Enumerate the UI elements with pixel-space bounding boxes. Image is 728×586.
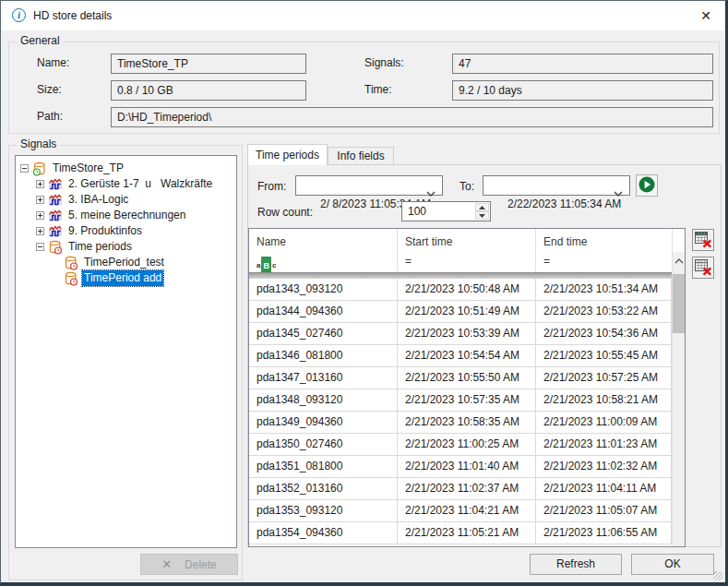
tree-item[interactable]: Time periods [16, 239, 236, 255]
tab-time-periods[interactable]: Time periods [247, 144, 328, 165]
tab-info-fields[interactable]: Info fields [328, 147, 394, 165]
spin-down-icon[interactable] [475, 211, 489, 220]
cell-end: 2/21/2023 11:00:09 AM [536, 412, 672, 433]
table-row[interactable]: pda1353_0931202/21/2023 11:04:21 AM2/21/… [249, 500, 672, 522]
table-row[interactable]: pda1345_0274602/21/2023 10:53:39 AM2/21/… [249, 323, 672, 345]
expander-spacer [52, 258, 60, 267]
tree-item-label: TimePeriod_test [82, 255, 166, 270]
scrollbar-track[interactable] [673, 333, 685, 546]
cell-name: pda1345_027460 [249, 323, 398, 344]
table-row[interactable]: pda1344_0943602/21/2023 10:51:49 AM2/21/… [249, 301, 672, 323]
signals-tree[interactable]: TimeStore_TP2. Gerüste 1-7 u Walzkräfte3… [15, 155, 237, 548]
table-scrollbar[interactable] [672, 229, 685, 546]
cell-start: 2/21/2023 10:53:39 AM [398, 323, 536, 344]
cell-name: pda1346_081800 [249, 345, 398, 366]
time-label: Time: [364, 83, 392, 96]
collapse-icon[interactable] [20, 164, 29, 173]
hd-store-details-dialog: i HD store details ✕ General Name: TimeS… [0, 0, 728, 586]
table-separator [249, 272, 672, 279]
time-field[interactable]: 9.2 / 10 days [452, 80, 713, 101]
store-clock-green-icon [32, 161, 47, 176]
tree-item-label: Time periods [66, 239, 134, 255]
close-icon[interactable]: ✕ [692, 3, 720, 29]
apply-range-button[interactable] [636, 174, 658, 197]
cell-name: pda1347_013160 [249, 367, 398, 389]
cell-name: pda1351_081800 [249, 456, 398, 477]
cell-end: 2/21/2023 10:54:36 AM [536, 323, 672, 344]
name-field[interactable]: TimeStore_TP [111, 54, 306, 74]
window-title: HD store details [33, 9, 112, 22]
tree-item[interactable]: 9. Produktinfos [16, 223, 236, 239]
table-row[interactable]: pda1347_0131602/21/2023 10:55:50 AM2/21/… [249, 367, 672, 389]
to-date-value: 2/22/2023 11:05:34 AM [507, 197, 621, 210]
table-delete-icon [694, 257, 712, 279]
delete-button-label: Delete [185, 558, 217, 571]
cell-end: 2/21/2023 11:05:07 AM [536, 500, 672, 521]
tree-item[interactable]: 2. Gerüste 1-7 u Walzkräfte [16, 176, 236, 192]
cell-name: pda1353_093120 [249, 500, 398, 521]
row-count-value: 100 [408, 205, 426, 218]
cell-end: 2/21/2023 10:57:25 AM [536, 367, 672, 389]
cell-end: 2/21/2023 11:01:23 AM [536, 434, 672, 455]
ok-button[interactable]: OK [631, 554, 714, 575]
tree-item[interactable]: TimePeriod add [16, 270, 236, 286]
time-periods-table: Name Start time End time aBc = = pda1343… [248, 228, 686, 547]
signal-group-icon [48, 209, 63, 223]
cell-start: 2/21/2023 11:04:21 AM [398, 500, 536, 521]
delete-filtered-rows-button[interactable] [692, 229, 714, 251]
titlebar: i HD store details ✕ [1, 1, 725, 30]
table-row[interactable]: pda1343_0931202/21/2023 10:50:48 AM2/21/… [249, 279, 672, 301]
general-legend: General [17, 34, 64, 47]
scroll-up-button[interactable] [673, 252, 685, 270]
signals-field[interactable]: 47 [452, 54, 713, 74]
name-filter-cell[interactable]: aBc [249, 252, 398, 272]
tree-item[interactable]: TimePeriod_test [16, 255, 236, 270]
chevron-down-icon[interactable] [614, 184, 623, 202]
start-time-filter-cell[interactable]: = [398, 252, 536, 272]
name-label: Name: [37, 56, 69, 69]
tree-item-label: 3. IBA-Logic [66, 192, 130, 208]
table-filter-row: aBc = = [249, 252, 672, 272]
to-date-combo[interactable]: 2/22/2023 11:05:34 AM [483, 175, 630, 196]
tree-item[interactable]: TimeStore_TP [16, 161, 236, 176]
column-header-end-time[interactable]: End time [536, 229, 672, 252]
cell-name: pda1354_094360 [249, 522, 398, 544]
cell-name: pda1350_027460 [249, 434, 398, 455]
spin-up-icon[interactable] [475, 203, 489, 211]
general-groupbox: General Name: TimeStore_TP Signals: 47 S… [8, 42, 720, 134]
row-count-input[interactable]: 100 [401, 201, 491, 221]
from-date-combo[interactable]: 2/ 8/2023 11:05:34 AM [295, 175, 443, 196]
cell-name: pda1349_094360 [249, 412, 398, 433]
to-label: To: [459, 180, 474, 193]
table-row[interactable]: pda1354_0943602/21/2023 11:05:21 AM2/21/… [249, 522, 672, 544]
table-delete-green-icon [694, 230, 712, 251]
resize-grip[interactable] [713, 571, 722, 580]
expand-icon[interactable] [36, 227, 44, 235]
refresh-button[interactable]: Refresh [530, 554, 622, 575]
delete-rows-button[interactable] [692, 257, 714, 279]
store-clock-red-icon [64, 256, 78, 270]
column-header-start-time[interactable]: Start time [398, 229, 536, 252]
tree-item[interactable]: 3. IBA-Logic [16, 192, 236, 208]
chevron-down-icon[interactable] [426, 184, 436, 202]
table-row[interactable]: pda1346_0818002/21/2023 10:54:54 AM2/21/… [249, 345, 672, 367]
tree-item-label: TimePeriod add [82, 270, 163, 286]
cell-start: 2/21/2023 10:55:50 AM [398, 367, 536, 389]
column-header-name[interactable]: Name [249, 229, 398, 252]
tree-item[interactable]: 5. meine Berechnungen [16, 208, 236, 223]
expand-icon[interactable] [36, 211, 44, 220]
path-field[interactable]: D:\HD_Timeperiod\ [111, 107, 713, 127]
table-row[interactable]: pda1350_0274602/21/2023 11:00:25 AM2/21/… [249, 434, 672, 456]
end-time-filter-cell[interactable]: = [536, 252, 672, 272]
info-icon: i [12, 8, 26, 22]
scrollbar-thumb[interactable] [673, 274, 685, 333]
collapse-icon[interactable] [36, 243, 44, 251]
table-row[interactable]: pda1348_0931202/21/2023 10:57:35 AM2/21/… [249, 389, 672, 412]
table-row[interactable]: pda1352_0131602/21/2023 11:02:37 AM2/21/… [249, 478, 672, 500]
table-row[interactable]: pda1351_0818002/21/2023 11:01:40 AM2/21/… [249, 456, 672, 478]
cell-start: 2/21/2023 11:00:25 AM [398, 434, 536, 455]
table-row[interactable]: pda1349_0943602/21/2023 10:58:35 AM2/21/… [249, 412, 672, 434]
size-field[interactable]: 0.8 / 10 GB [111, 80, 306, 101]
expand-icon[interactable] [36, 196, 44, 204]
expand-icon[interactable] [36, 180, 44, 188]
